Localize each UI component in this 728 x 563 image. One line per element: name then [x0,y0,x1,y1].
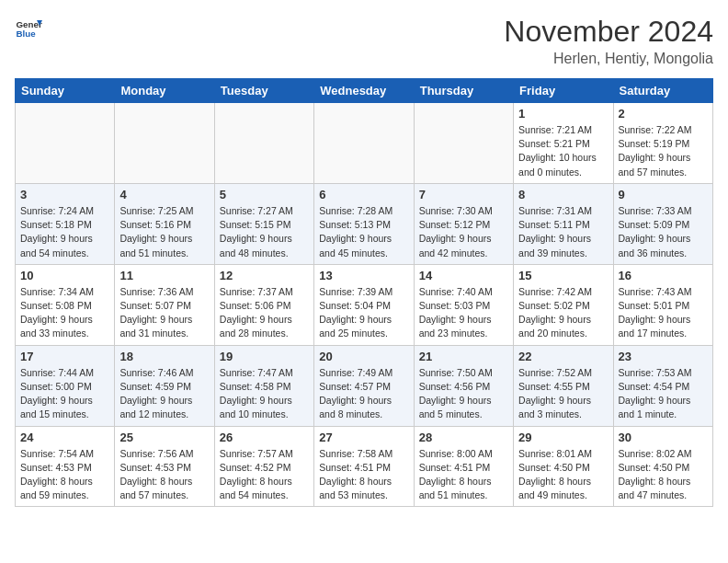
logo[interactable]: General Blue [15,15,42,42]
daylight-label: Daylight: 9 hours and 25 minutes. [319,314,392,339]
calendar-cell: 15Sunrise: 7:42 AMSunset: 5:02 PMDayligh… [514,264,613,345]
calendar-cell: 3Sunrise: 7:24 AMSunset: 5:18 PMDaylight… [16,183,115,264]
calendar-cell: 18Sunrise: 7:46 AMSunset: 4:59 PMDayligh… [115,345,214,426]
calendar-cell: 17Sunrise: 7:44 AMSunset: 5:00 PMDayligh… [16,345,115,426]
sunset-label: Sunset: 5:04 PM [319,300,391,311]
calendar-cell: 9Sunrise: 7:33 AMSunset: 5:09 PMDaylight… [613,183,712,264]
sunset-label: Sunset: 4:50 PM [518,462,590,473]
calendar-cell: 25Sunrise: 7:56 AMSunset: 4:53 PMDayligh… [115,426,214,507]
daylight-label: Daylight: 8 hours and 47 minutes. [619,476,691,500]
daylight-label: Daylight: 8 hours and 57 minutes. [119,476,192,500]
day-info: Sunrise: 7:36 AMSunset: 5:07 PMDaylight:… [119,285,209,341]
sunset-label: Sunset: 5:09 PM [619,219,690,230]
daylight-label: Daylight: 9 hours and 51 minutes. [119,233,192,258]
calendar-cell: 30Sunrise: 8:02 AMSunset: 4:50 PMDayligh… [613,426,712,507]
calendar-cell: 6Sunrise: 7:28 AMSunset: 5:13 PMDaylight… [314,183,414,264]
sunrise-label: Sunrise: 7:28 AM [319,205,392,216]
daylight-label: Daylight: 8 hours and 59 minutes. [20,476,93,500]
sunrise-label: Sunrise: 7:57 AM [220,448,293,459]
calendar-cell: 4Sunrise: 7:25 AMSunset: 5:16 PMDaylight… [115,183,214,264]
logo-icon: General Blue [15,15,42,42]
day-info: Sunrise: 7:37 AMSunset: 5:06 PMDaylight:… [220,285,309,341]
daylight-label: Daylight: 9 hours and 45 minutes. [319,233,392,258]
daylight-label: Daylight: 9 hours and 28 minutes. [220,314,292,339]
sunrise-label: Sunrise: 7:31 AM [518,205,592,216]
page-header: General Blue November 2024 Herlen, Henti… [15,15,713,67]
day-info: Sunrise: 7:42 AMSunset: 5:02 PMDaylight:… [518,285,608,341]
sunset-label: Sunset: 5:08 PM [20,300,92,311]
day-info: Sunrise: 7:30 AMSunset: 5:12 PMDaylight:… [419,204,508,260]
daylight-label: Daylight: 9 hours and 5 minutes. [419,395,492,419]
calendar-cell: 23Sunrise: 7:53 AMSunset: 4:54 PMDayligh… [613,345,712,426]
location: Herlen, Hentiy, Mongolia [504,51,713,67]
daylight-label: Daylight: 10 hours and 0 minutes. [518,152,597,177]
sunrise-label: Sunrise: 7:52 AM [518,367,592,378]
sunset-label: Sunset: 5:16 PM [119,219,191,230]
daylight-label: Daylight: 9 hours and 3 minutes. [518,395,591,419]
day-number: 24 [20,431,109,444]
sunrise-label: Sunrise: 8:02 AM [619,448,692,459]
sunset-label: Sunset: 5:02 PM [518,300,590,311]
calendar-cell: 28Sunrise: 8:00 AMSunset: 4:51 PMDayligh… [414,426,513,507]
sunset-label: Sunset: 4:51 PM [319,462,391,473]
calendar-cell: 10Sunrise: 7:34 AMSunset: 5:08 PMDayligh… [16,264,115,345]
day-number: 30 [619,431,708,444]
day-info: Sunrise: 7:54 AMSunset: 4:53 PMDaylight:… [20,447,109,503]
day-info: Sunrise: 7:33 AMSunset: 5:09 PMDaylight:… [619,204,708,260]
calendar-cell: 7Sunrise: 7:30 AMSunset: 5:12 PMDaylight… [414,183,513,264]
calendar-table: SundayMondayTuesdayWednesdayThursdayFrid… [15,78,713,507]
calendar-cell [115,103,214,184]
calendar-cell [214,103,313,184]
weekday-header-row: SundayMondayTuesdayWednesdayThursdayFrid… [16,79,713,103]
daylight-label: Daylight: 9 hours and 23 minutes. [419,314,492,339]
sunrise-label: Sunrise: 7:43 AM [619,286,692,297]
day-number: 29 [518,431,608,444]
sunset-label: Sunset: 4:54 PM [619,381,690,392]
day-number: 12 [220,269,309,282]
calendar-cell: 16Sunrise: 7:43 AMSunset: 5:01 PMDayligh… [613,264,712,345]
sunset-label: Sunset: 4:55 PM [518,381,590,392]
weekday-header-saturday: Saturday [613,79,712,103]
day-number: 27 [319,431,408,444]
sunset-label: Sunset: 4:51 PM [419,462,491,473]
sunrise-label: Sunrise: 7:54 AM [20,448,94,459]
day-info: Sunrise: 7:47 AMSunset: 4:58 PMDaylight:… [220,366,309,422]
day-info: Sunrise: 7:58 AMSunset: 4:51 PMDaylight:… [319,447,408,503]
calendar-cell [16,103,115,184]
day-info: Sunrise: 7:57 AMSunset: 4:52 PMDaylight:… [220,447,309,503]
sunrise-label: Sunrise: 7:33 AM [619,205,692,216]
day-number: 4 [119,188,209,201]
calendar-week-row: 10Sunrise: 7:34 AMSunset: 5:08 PMDayligh… [16,264,713,345]
daylight-label: Daylight: 9 hours and 15 minutes. [20,395,93,419]
sunset-label: Sunset: 5:12 PM [419,219,491,230]
day-info: Sunrise: 8:02 AMSunset: 4:50 PMDaylight:… [619,447,708,503]
daylight-label: Daylight: 9 hours and 10 minutes. [220,395,292,419]
calendar-cell: 21Sunrise: 7:50 AMSunset: 4:56 PMDayligh… [414,345,513,426]
day-number: 16 [619,269,708,282]
sunrise-label: Sunrise: 7:34 AM [20,286,94,297]
day-info: Sunrise: 7:31 AMSunset: 5:11 PMDaylight:… [518,204,608,260]
sunset-label: Sunset: 5:07 PM [119,300,191,311]
day-number: 6 [319,188,408,201]
sunrise-label: Sunrise: 7:44 AM [20,367,94,378]
sunset-label: Sunset: 4:53 PM [119,462,191,473]
daylight-label: Daylight: 9 hours and 1 minute. [619,395,691,419]
daylight-label: Daylight: 9 hours and 12 minutes. [119,395,192,419]
sunset-label: Sunset: 5:15 PM [220,219,291,230]
daylight-label: Daylight: 9 hours and 31 minutes. [119,314,192,339]
sunset-label: Sunset: 4:52 PM [220,462,291,473]
sunrise-label: Sunrise: 7:56 AM [119,448,193,459]
calendar-cell [314,103,414,184]
weekday-header-thursday: Thursday [414,79,513,103]
daylight-label: Daylight: 9 hours and 20 minutes. [518,314,591,339]
day-info: Sunrise: 7:39 AMSunset: 5:04 PMDaylight:… [319,285,408,341]
sunrise-label: Sunrise: 7:37 AM [220,286,293,297]
day-number: 28 [419,431,508,444]
calendar-week-row: 1Sunrise: 7:21 AMSunset: 5:21 PMDaylight… [16,103,713,184]
day-number: 23 [619,350,708,363]
weekday-header-friday: Friday [514,79,613,103]
day-info: Sunrise: 7:40 AMSunset: 5:03 PMDaylight:… [419,285,508,341]
calendar-week-row: 24Sunrise: 7:54 AMSunset: 4:53 PMDayligh… [16,426,713,507]
month-title: November 2024 [504,15,713,49]
daylight-label: Daylight: 9 hours and 39 minutes. [518,233,591,258]
